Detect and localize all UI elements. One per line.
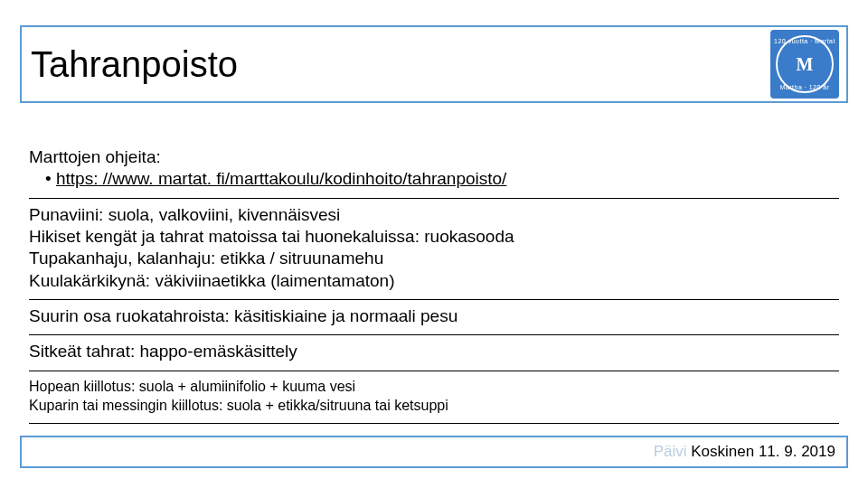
title-box: Tahranpoisto 120 vuotta · Martat M Marth… bbox=[20, 25, 848, 103]
content-area: Marttojen ohjeita: https: //www. martat.… bbox=[29, 141, 839, 424]
tip-tupakanhaju: Tupakanhaju, kalanhaju: etikka / sitruun… bbox=[29, 248, 839, 269]
martat-logo: 120 vuotta · Martat M Martha · 120 år bbox=[770, 30, 839, 99]
footer-box: Päivi Koskinen 11. 9. 2019 bbox=[20, 436, 848, 468]
block-tips-3: Sitkeät tahrat: happo-emäskäsittely bbox=[29, 335, 839, 371]
tip-sitkeat: Sitkeät tahrat: happo-emäskäsittely bbox=[29, 341, 839, 362]
tip-kupari: Kuparin tai messingin kiillotus: suola +… bbox=[29, 396, 839, 416]
footer-author-first: Päivi bbox=[654, 443, 687, 460]
martat-link[interactable]: https: //www. martat. fi/marttakoulu/kod… bbox=[56, 169, 506, 188]
logo-center-glyph: M bbox=[797, 54, 814, 75]
tip-punaviini: Punaviini: suola, valkoviini, kivennäisv… bbox=[29, 204, 839, 226]
intro-text: Marttojen ohjeita: bbox=[29, 146, 839, 168]
block-tips-4: Hopean kiillotus: suola + alumiinifolio … bbox=[29, 371, 839, 424]
link-item: https: //www. martat. fi/marttakoulu/kod… bbox=[45, 168, 839, 190]
block-intro: Marttojen ohjeita: https: //www. martat.… bbox=[29, 141, 839, 199]
footer-author-rest: Koskinen 11. 9. 2019 bbox=[687, 443, 835, 460]
logo-top-text: 120 vuotta · Martat bbox=[770, 38, 839, 44]
tip-hopea: Hopean kiillotus: suola + alumiinifolio … bbox=[29, 377, 839, 397]
footer-text: Päivi Koskinen 11. 9. 2019 bbox=[654, 443, 835, 461]
block-tips-2: Suurin osa ruokatahroista: käsitiskiaine… bbox=[29, 300, 839, 335]
tip-hikiset: Hikiset kengät ja tahrat matoissa tai hu… bbox=[29, 226, 839, 248]
link-list: https: //www. martat. fi/marttakoulu/kod… bbox=[29, 168, 839, 190]
page-title: Tahranpoisto bbox=[22, 44, 238, 85]
tip-kuulakarkikyna: Kuulakärkikynä: väkiviinaetikka (laiment… bbox=[29, 270, 839, 292]
logo-bottom-text: Martha · 120 år bbox=[770, 84, 839, 90]
tip-ruokatahrat: Suurin osa ruokatahroista: käsitiskiaine… bbox=[29, 305, 839, 327]
block-tips-1: Punaviini: suola, valkoviini, kivennäisv… bbox=[29, 199, 839, 300]
